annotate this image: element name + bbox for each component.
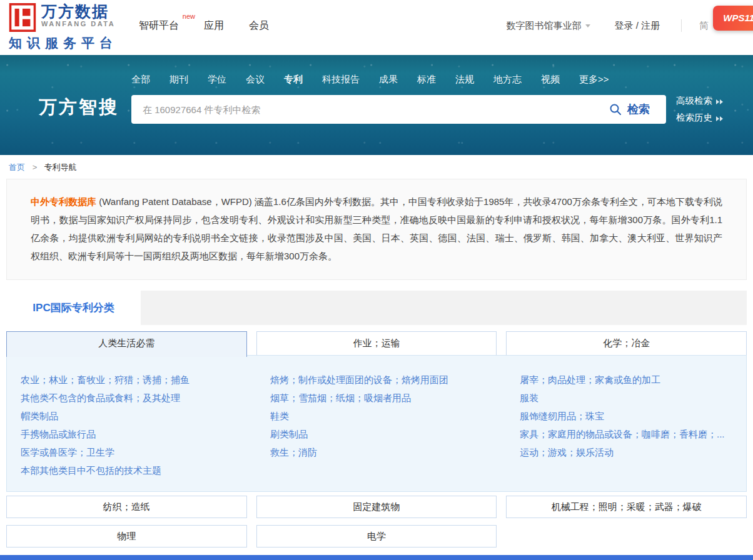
tab-achievement[interactable]: 成果 xyxy=(379,74,398,86)
logo[interactable]: 万方数据 WANFANG DATA 知识服务平台 xyxy=(9,3,118,52)
ipc-section-headers: 人类生活必需 作业；运输 化学；冶金 xyxy=(6,331,747,355)
tab-journal[interactable]: 期刊 xyxy=(169,74,188,86)
section-human-necessities[interactable]: 人类生活必需 xyxy=(6,331,247,357)
login-register-link[interactable]: 登录 / 注册 xyxy=(614,20,660,32)
ipc-link[interactable]: 救生；消防 xyxy=(270,443,497,461)
header-right: 数字图书馆事业部 登录 / 注册 简 繁 xyxy=(506,19,732,32)
wps-badge[interactable]: WPS11 xyxy=(713,6,753,31)
double-arrow-icon xyxy=(716,116,723,121)
database-name: 中外专利数据库 xyxy=(31,196,96,207)
database-intro-box: 中外专利数据库 (Wanfang Patent Database，WFPD) 涵… xyxy=(6,179,747,280)
section-fixed-constructions[interactable]: 固定建筑物 xyxy=(256,496,497,518)
wanfang-logo-icon xyxy=(9,3,36,32)
new-badge: new xyxy=(183,12,195,20)
ipc-link[interactable]: 本部其他类目中不包括的技术主题 xyxy=(21,461,247,479)
chevron-down-icon xyxy=(585,24,590,28)
search-side-links: 高级检索 检索历史 xyxy=(676,95,723,124)
section-chemistry-metallurgy[interactable]: 化学；冶金 xyxy=(506,331,747,357)
subclass-column-1: 农业；林业；畜牧业；狩猎；诱捕；捕鱼 其他类不包含的食品或食料；及其处理 帽类制… xyxy=(7,371,247,491)
footer-bar xyxy=(0,555,753,560)
breadcrumb: 首页 > 专利导航 xyxy=(0,155,753,179)
empty-cell xyxy=(506,525,747,548)
nav-item-member[interactable]: 会员 xyxy=(249,19,269,32)
tab-local-chronicle[interactable]: 地方志 xyxy=(493,74,522,86)
ipc-link[interactable]: 鞋类 xyxy=(270,407,497,425)
lang-simplified-button[interactable]: 简 xyxy=(699,20,709,32)
subclass-column-2: 焙烤；制作或处理面团的设备；焙烤用面团 烟草；雪茄烟；纸烟；吸烟者用品 鞋类 刷… xyxy=(256,371,497,491)
org-dropdown[interactable]: 数字图书馆事业部 xyxy=(506,20,590,32)
ipc-link[interactable]: 刷类制品 xyxy=(270,425,497,443)
divider xyxy=(681,19,682,32)
ipc-link[interactable]: 农业；林业；畜牧业；狩猎；诱捕；捕鱼 xyxy=(21,371,247,389)
search-icon xyxy=(609,103,622,116)
ipc-link[interactable]: 烟草；雪茄烟；纸烟；吸烟者用品 xyxy=(270,389,497,407)
top-nav: 智研平台 new 应用 会员 xyxy=(139,19,269,32)
resource-tabs: 全部 期刊 学位 会议 专利 科技报告 成果 标准 法规 地方志 视频 更多>> xyxy=(131,55,753,86)
database-intro-text: 中外专利数据库 (Wanfang Patent Database，WFPD) 涵… xyxy=(31,192,722,265)
ipc-link[interactable]: 家具；家庭用的物品或设备；咖啡磨；香料磨；... xyxy=(520,425,746,443)
brand-name-cn: 万方数据 xyxy=(41,3,115,19)
tab-ipc-classification[interactable]: IPC国际专利分类 xyxy=(6,291,141,325)
tab-conference[interactable]: 会议 xyxy=(246,74,265,86)
search-history-link[interactable]: 检索历史 xyxy=(676,112,723,124)
search-box: 检索 xyxy=(131,95,666,124)
tab-all[interactable]: 全部 xyxy=(131,74,150,86)
ipc-link[interactable]: 帽类制品 xyxy=(21,407,247,425)
section-electricity[interactable]: 电学 xyxy=(256,525,497,548)
section-operations-transport[interactable]: 作业；运输 xyxy=(256,331,497,357)
tab-degree[interactable]: 学位 xyxy=(208,74,226,86)
tab-more[interactable]: 更多>> xyxy=(579,74,609,86)
brand-name-en: WANFANG DATA xyxy=(41,20,115,28)
search-button[interactable]: 检索 xyxy=(602,95,666,124)
ipc-link[interactable]: 焙烤；制作或处理面团的设备；焙烤用面团 xyxy=(270,371,497,389)
breadcrumb-home-link[interactable]: 首页 xyxy=(9,162,25,172)
ipc-link[interactable]: 服饰缝纫用品；珠宝 xyxy=(520,407,746,425)
breadcrumb-current: 专利导航 xyxy=(44,162,77,172)
ipc-other-sections: 纺织；造纸 固定建筑物 机械工程；照明；采暖；武器；爆破 物理 电学 xyxy=(6,496,747,548)
brand-subtitle: 知识服务平台 xyxy=(9,34,118,52)
ipc-link[interactable]: 医学或兽医学；卫生学 xyxy=(21,443,247,461)
search-banner: 万方智搜 全部 期刊 学位 会议 专利 科技报告 成果 标准 法规 地方志 视频… xyxy=(0,55,753,155)
tab-video[interactable]: 视频 xyxy=(541,74,560,86)
subclass-column-3: 屠宰；肉品处理；家禽或鱼的加工 服装 服饰缝纫用品；珠宝 家具；家庭用的物品或设… xyxy=(506,371,746,491)
breadcrumb-separator: > xyxy=(33,162,38,172)
double-arrow-icon xyxy=(716,99,723,104)
section-physics[interactable]: 物理 xyxy=(6,525,247,548)
ipc-link[interactable]: 手携物品或旅行品 xyxy=(21,425,247,443)
advanced-search-link[interactable]: 高级检索 xyxy=(676,95,723,107)
nav-item-apps[interactable]: 应用 xyxy=(204,19,224,32)
tab-law[interactable]: 法规 xyxy=(455,74,474,86)
top-header: 万方数据 WANFANG DATA 知识服务平台 智研平台 new 应用 会员 … xyxy=(0,0,753,55)
search-brand-title: 万方智搜 xyxy=(39,95,119,120)
ipc-link[interactable]: 服装 xyxy=(520,389,746,407)
ipc-link[interactable]: 屠宰；肉品处理；家禽或鱼的加工 xyxy=(520,371,746,389)
search-button-label: 检索 xyxy=(627,102,650,117)
ipc-tabbar: IPC国际专利分类 xyxy=(6,291,747,325)
ipc-link[interactable]: 其他类不包含的食品或食料；及其处理 xyxy=(21,389,247,407)
section-textiles-paper[interactable]: 纺织；造纸 xyxy=(6,496,247,518)
tab-standard[interactable]: 标准 xyxy=(417,74,436,86)
search-input[interactable] xyxy=(131,95,602,124)
ipc-subclass-panel: 农业；林业；畜牧业；狩猎；诱捕；捕鱼 其他类不包含的食品或食料；及其处理 帽类制… xyxy=(6,355,747,492)
nav-item-zhiyan[interactable]: 智研平台 new xyxy=(139,19,179,32)
tab-scitech-report[interactable]: 科技报告 xyxy=(322,74,360,86)
ipc-link[interactable]: 运动；游戏；娱乐活动 xyxy=(520,443,746,461)
tab-patent[interactable]: 专利 xyxy=(284,74,303,86)
section-mechanical-engineering[interactable]: 机械工程；照明；采暖；武器；爆破 xyxy=(506,496,747,518)
